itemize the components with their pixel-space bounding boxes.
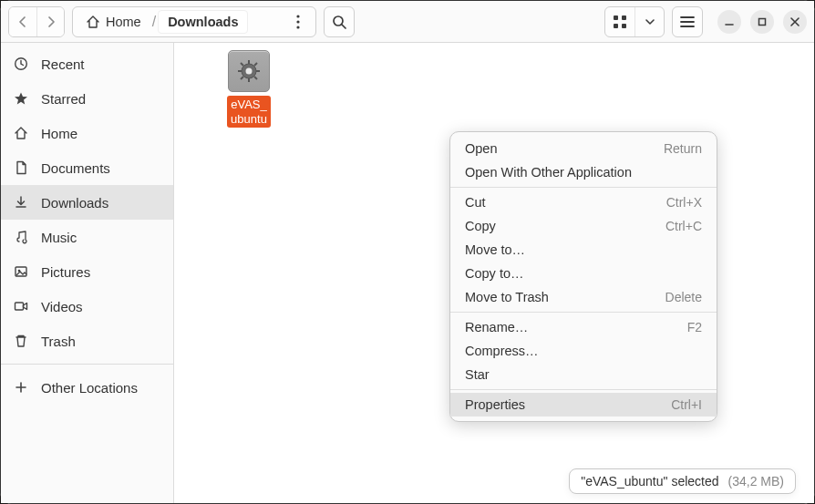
sidebar-item-label: Documents [41,160,110,176]
menu-item-rename[interactable]: Rename…F2 [450,315,717,339]
menu-separator [450,187,717,188]
header-bar: Home / Downloads [1,1,814,43]
svg-point-1 [296,20,299,23]
file-manager-window: Home / Downloads [0,0,815,504]
menu-item-copy-to[interactable]: Copy to… [450,262,717,285]
sidebar-item-videos[interactable]: Videos [1,289,173,324]
sidebar-item-label: Music [41,230,77,245]
svg-line-25 [254,63,257,66]
hamburger-icon [680,15,695,28]
sidebar-item-label: Pictures [41,264,90,280]
document-icon [14,160,30,175]
svg-rect-5 [614,15,618,20]
menu-separator [450,312,717,313]
plus-icon [14,380,30,395]
sidebar: Recent Starred Home Documents Downloads … [1,43,174,503]
menu-item-label: Move to Trash [465,290,549,304]
svg-rect-7 [614,24,618,28]
view-dropdown-button[interactable] [634,7,664,36]
menu-item-compress[interactable]: Compress… [450,339,717,363]
menu-item-label: Rename… [465,320,528,334]
svg-point-0 [296,15,299,17]
breadcrumb-home-label: Home [106,15,141,29]
menu-item-open-with-other-application[interactable]: Open With Other Application [450,160,717,184]
breadcrumb-current[interactable]: Downloads [158,10,248,34]
breadcrumb-home[interactable]: Home [77,10,150,34]
svg-rect-13 [759,18,766,25]
svg-line-23 [241,63,243,66]
menu-item-shortcut: Return [664,141,702,156]
svg-line-4 [342,25,346,28]
close-icon [789,16,800,27]
menu-item-open[interactable]: OpenReturn [450,137,717,160]
path-bar: Home / Downloads [72,6,316,37]
sidebar-item-pictures[interactable]: Pictures [1,254,173,289]
chevron-left-icon [18,15,27,28]
sidebar-item-trash[interactable]: Trash [1,324,173,358]
sidebar-item-label: Downloads [41,195,108,211]
home-icon [14,126,30,140]
grid-icon [613,15,627,29]
menu-item-copy[interactable]: CopyCtrl+C [450,214,717,238]
sidebar-item-home[interactable]: Home [1,116,173,150]
picture-icon [14,264,30,279]
menu-item-shortcut: Ctrl+C [665,219,702,233]
svg-point-2 [296,26,299,28]
sidebar-item-other-locations[interactable]: Other Locations [1,370,173,405]
menu-item-star[interactable]: Star [450,363,717,386]
svg-rect-17 [15,303,24,310]
sidebar-item-music[interactable]: Music [1,220,173,254]
breadcrumb-current-label: Downloads [168,15,238,29]
menu-item-cut[interactable]: CutCtrl+X [450,190,717,214]
icon-view-button[interactable] [605,7,634,36]
menu-item-label: Star [465,367,490,382]
sidebar-item-label: Videos [41,299,83,314]
menu-item-move-to-trash[interactable]: Move to TrashDelete [450,285,717,309]
menu-item-properties[interactable]: PropertiesCtrl+I [450,393,717,417]
svg-line-24 [254,77,257,79]
svg-point-27 [246,68,253,75]
sidebar-item-label: Home [41,126,77,141]
maximize-button[interactable] [750,10,774,34]
maximize-icon [757,16,768,27]
nav-buttons [8,6,65,37]
menu-item-label: Cut [465,195,486,210]
file-item[interactable]: eVAS_ubuntu [211,50,287,128]
status-bar: "eVAS_ubuntu" selected (34,2 MB) [569,468,796,494]
download-icon [14,195,30,210]
forward-button[interactable] [36,7,64,36]
menu-item-label: Open [465,141,497,156]
sidebar-item-starred[interactable]: Starred [1,81,173,116]
home-icon [86,15,100,29]
view-switcher [604,6,665,37]
sidebar-item-label: Trash [41,334,76,349]
menu-item-label: Open With Other Application [465,165,632,180]
status-text: "eVAS_ubuntu" selected [581,474,718,489]
sidebar-item-label: Recent [41,57,85,72]
svg-line-26 [241,77,243,79]
context-menu: OpenReturnOpen With Other ApplicationCut… [449,131,717,422]
body: Recent Starred Home Documents Downloads … [1,43,814,503]
path-menu-button[interactable] [284,7,312,36]
close-button[interactable] [783,10,807,34]
trash-icon [14,334,30,348]
sidebar-item-downloads[interactable]: Downloads [1,185,173,220]
sidebar-item-recent[interactable]: Recent [1,46,173,81]
back-button[interactable] [9,7,36,36]
svg-rect-6 [622,15,626,20]
sidebar-separator [1,364,173,365]
menu-item-shortcut: Delete [665,290,702,304]
star-icon [14,91,30,106]
window-controls [717,10,807,34]
menu-item-move-to[interactable]: Move to… [450,238,717,262]
folder-view[interactable]: eVAS_ubuntu OpenReturnOpen With Other Ap… [174,43,814,503]
chevron-down-icon [645,16,655,27]
minimize-icon [724,16,735,27]
sidebar-item-documents[interactable]: Documents [1,150,173,185]
hamburger-menu-button[interactable] [672,6,703,37]
file-name-label: eVAS_ubuntu [227,96,271,128]
video-icon [14,299,30,314]
menu-separator [450,389,717,390]
minimize-button[interactable] [717,10,741,34]
search-button[interactable] [324,6,355,37]
